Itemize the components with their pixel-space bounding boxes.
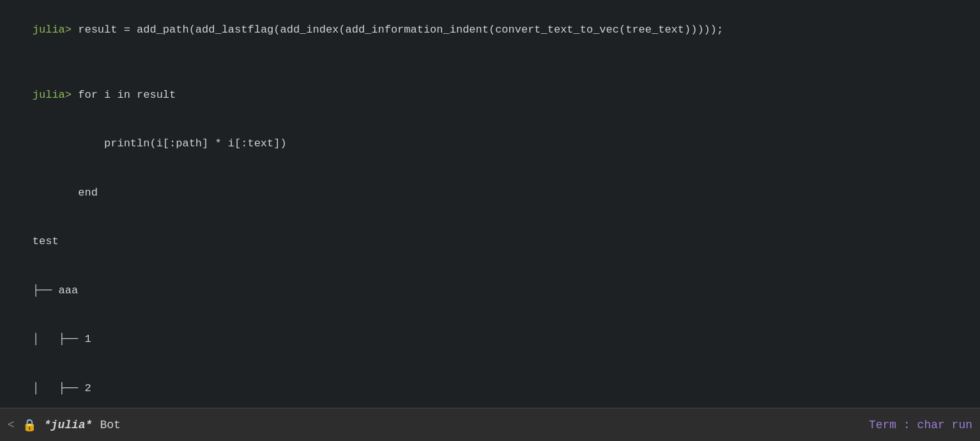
prompt-2: julia> (33, 89, 78, 101)
bot-label: Bot (100, 419, 120, 431)
line-1: julia> result = add_path(add_lastflag(ad… (0, 5, 980, 54)
code-3: println(i[:path] * i[:text]) (33, 137, 287, 150)
term-label: Term : char run (869, 419, 972, 431)
code-2: for i in result (78, 89, 176, 101)
tree-line-aaa: ├── aaa (0, 266, 980, 315)
prompt-1: julia> (33, 24, 78, 36)
julia-label: *julia* (44, 419, 93, 431)
tree-line-aaa-1: │ ├── 1 (0, 315, 980, 364)
code-4: end (33, 187, 98, 199)
terminal-window[interactable]: julia> result = add_path(add_lastflag(ad… (0, 0, 980, 408)
lock-icon: 🔒 (22, 418, 36, 432)
tree-line-aaa-2: │ ├── 2 (0, 364, 980, 408)
code-1: result = add_path(add_lastflag(add_index… (78, 24, 723, 36)
status-bar: < 🔒 *julia* Bot Term : char run (0, 408, 980, 441)
tree-line-test: test (0, 217, 980, 267)
line-4: end (0, 168, 980, 217)
status-left: < 🔒 *julia* Bot (8, 418, 869, 432)
line-2: julia> for i in result (0, 70, 980, 120)
status-arrow-icon: < (8, 419, 15, 431)
line-blank-1 (0, 54, 980, 71)
line-3: println(i[:path] * i[:text]) (0, 120, 980, 169)
